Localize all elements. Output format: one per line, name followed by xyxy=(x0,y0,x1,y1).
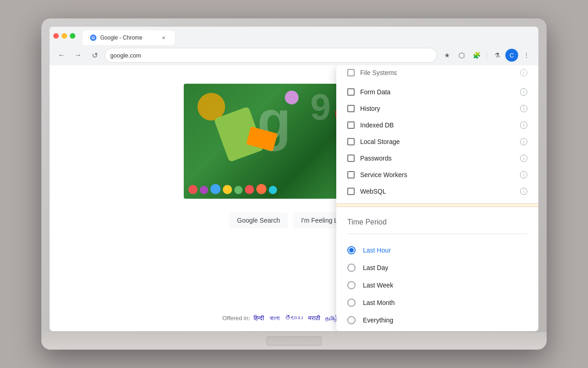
tab-close-btn[interactable]: ✕ xyxy=(160,34,167,41)
local-storage-label: Local Storage xyxy=(360,138,514,145)
indexed-db-label: Indexed DB xyxy=(360,121,514,129)
flask-btn[interactable]: ⚗ xyxy=(491,49,503,62)
toolbar-divider xyxy=(486,51,487,60)
chrome-titlebar: G Google - Chrome ✕ xyxy=(50,27,538,45)
tab-favicon: G xyxy=(90,34,96,41)
section-divider xyxy=(336,203,538,207)
time-period-title: Time Period xyxy=(347,218,527,226)
lang-telugu[interactable]: తెలుగు xyxy=(285,315,303,322)
history-checkbox[interactable] xyxy=(347,105,355,112)
browser-content: Images C xyxy=(50,65,538,331)
radio-everything-outer[interactable] xyxy=(347,316,356,324)
history-label: History xyxy=(360,105,514,112)
lang-marathi[interactable]: मराठी xyxy=(308,315,320,322)
bookmark-btn[interactable]: ★ xyxy=(441,49,453,62)
lang-bengali[interactable]: বাংলা xyxy=(270,315,280,322)
form-data-label: Form Data xyxy=(360,88,514,96)
clear-browsing-data-panel: File Systems i Form Data i History xyxy=(336,65,538,331)
time-period-divider xyxy=(347,234,527,234)
tab-title: Google - Chrome xyxy=(100,34,142,41)
back-btn[interactable]: ← xyxy=(55,49,68,62)
google-search-btn[interactable]: Google Search xyxy=(229,213,288,228)
radio-last-day-label: Last Day xyxy=(363,264,388,271)
history-info-icon[interactable]: i xyxy=(520,105,527,112)
menu-btn[interactable]: ⋮ xyxy=(520,49,533,62)
radio-last-month-label: Last Month xyxy=(363,299,395,306)
local-storage-info-icon[interactable]: i xyxy=(520,138,527,145)
passwords-label: Passwords xyxy=(360,155,514,162)
offered-in-label: Offered in: xyxy=(222,315,250,322)
toolbar-right: ★ ⬡ 🧩 ⚗ C ⋮ xyxy=(441,49,533,62)
passwords-info-icon[interactable]: i xyxy=(520,155,527,162)
puzzle-btn[interactable]: 🧩 xyxy=(470,49,483,62)
indexed-db-checkbox[interactable] xyxy=(347,121,355,129)
websql-item[interactable]: WebSQL i xyxy=(336,183,538,200)
radio-last-day[interactable]: Last Day xyxy=(347,259,527,276)
service-workers-info-icon[interactable]: i xyxy=(520,171,527,178)
indexed-db-info-icon[interactable]: i xyxy=(520,121,527,129)
file-systems-item[interactable]: File Systems i xyxy=(336,65,538,80)
laptop-bottom xyxy=(41,332,547,350)
time-period-section: Time Period Last Hour Last Day xyxy=(336,207,538,331)
omnibox[interactable]: google.com xyxy=(105,48,437,63)
refresh-btn[interactable]: ↺ xyxy=(88,49,101,62)
radio-last-hour[interactable]: Last Hour xyxy=(347,242,527,259)
file-systems-checkbox[interactable] xyxy=(347,69,355,76)
lang-hindi[interactable]: हिन्दी xyxy=(254,315,264,322)
service-workers-checkbox[interactable] xyxy=(347,171,355,178)
radio-last-week-outer[interactable] xyxy=(347,281,356,289)
radio-everything-label: Everything xyxy=(363,316,393,324)
radio-everything[interactable]: Everything xyxy=(347,311,527,329)
form-data-info-icon[interactable]: i xyxy=(520,88,527,96)
history-item[interactable]: History i xyxy=(336,100,538,117)
local-storage-checkbox[interactable] xyxy=(347,138,355,145)
radio-last-month-outer[interactable] xyxy=(347,299,356,307)
file-systems-label: File Systems xyxy=(360,69,514,76)
form-data-checkbox[interactable] xyxy=(347,88,355,96)
maximize-window-btn[interactable] xyxy=(70,33,75,39)
radio-last-hour-outer[interactable] xyxy=(347,246,356,254)
radio-last-day-outer[interactable] xyxy=(347,264,356,272)
laptop-screen: G Google - Chrome ✕ ← → ↺ google.com ★ ⬡… xyxy=(50,27,538,331)
file-systems-info-icon[interactable]: i xyxy=(520,69,527,76)
radio-last-hour-label: Last Hour xyxy=(363,247,391,254)
active-tab[interactable]: G Google - Chrome ✕ xyxy=(83,30,175,45)
forward-btn[interactable]: → xyxy=(72,49,85,62)
close-window-btn[interactable] xyxy=(53,33,59,39)
indexed-db-item[interactable]: Indexed DB i xyxy=(336,117,538,133)
trackpad[interactable] xyxy=(266,336,322,345)
websql-label: WebSQL xyxy=(360,188,514,195)
window-controls xyxy=(53,33,75,39)
radio-last-month[interactable]: Last Month xyxy=(347,294,527,311)
service-workers-label: Service Workers xyxy=(360,171,514,178)
radio-last-week-label: Last Week xyxy=(363,282,393,289)
minimize-window-btn[interactable] xyxy=(62,33,67,39)
websql-info-icon[interactable]: i xyxy=(520,188,527,195)
omnibox-url: google.com xyxy=(110,52,141,59)
extension-btn[interactable]: ⬡ xyxy=(455,49,468,62)
laptop-body: G Google - Chrome ✕ ← → ↺ google.com ★ ⬡… xyxy=(41,18,547,350)
websql-checkbox[interactable] xyxy=(347,188,355,195)
passwords-checkbox[interactable] xyxy=(347,155,355,162)
service-workers-item[interactable]: Service Workers i xyxy=(336,167,538,183)
chrome-toolbar: ← → ↺ google.com ★ ⬡ 🧩 ⚗ C ⋮ xyxy=(50,45,538,65)
panel-content: File Systems i Form Data i History xyxy=(336,65,538,331)
radio-last-hour-inner xyxy=(349,248,354,253)
user-avatar-btn[interactable]: C xyxy=(505,49,518,62)
radio-last-week[interactable]: Last Week xyxy=(347,276,527,294)
local-storage-item[interactable]: Local Storage i xyxy=(336,133,538,150)
form-data-item[interactable]: Form Data i xyxy=(336,84,538,100)
checkbox-section: Form Data i History i Indexed DB i xyxy=(336,80,538,203)
tab-bar: G Google - Chrome ✕ xyxy=(83,27,535,45)
passwords-item[interactable]: Passwords i xyxy=(336,150,538,167)
